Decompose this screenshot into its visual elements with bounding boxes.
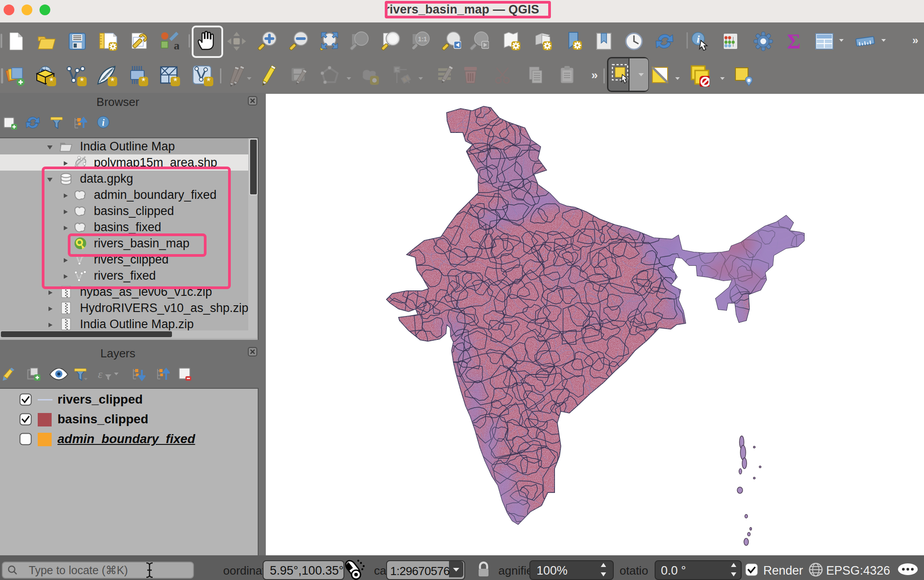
- svg-text:*: *: [110, 75, 114, 87]
- svg-text:*: *: [173, 75, 177, 87]
- svg-text:»: »: [591, 68, 598, 82]
- svg-text:*: *: [49, 75, 53, 87]
- svg-text:Σ: Σ: [787, 31, 801, 51]
- svg-text:i: i: [697, 33, 700, 45]
- svg-text:*: *: [141, 75, 145, 87]
- svg-text:»: »: [912, 34, 918, 46]
- svg-text:a: a: [174, 39, 179, 51]
- svg-text:*: *: [80, 75, 84, 87]
- svg-text:ε: ε: [98, 368, 103, 381]
- svg-text:i: i: [102, 118, 105, 127]
- svg-text:1:1: 1:1: [418, 35, 427, 43]
- svg-text:*: *: [207, 75, 211, 87]
